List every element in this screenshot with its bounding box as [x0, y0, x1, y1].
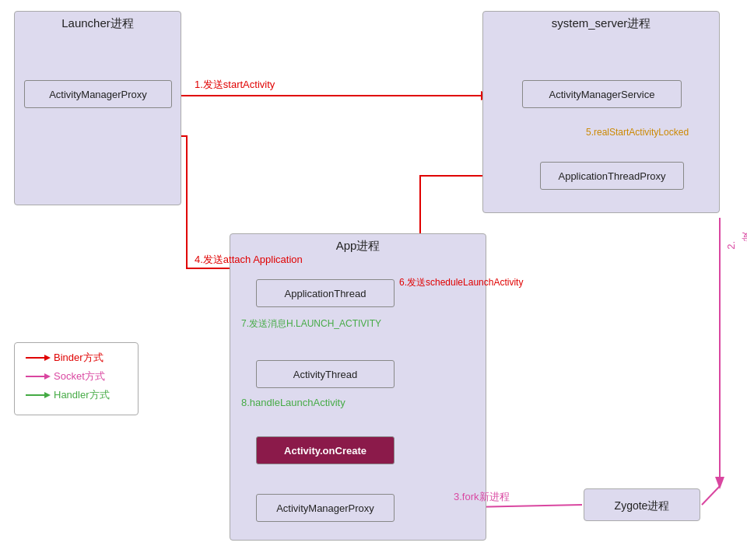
legend-binder-label: Binder方式	[54, 351, 103, 365]
arrow-label-step2: 2.发送创建进程的请求	[724, 241, 747, 250]
application-thread-proxy: ApplicationThreadProxy	[540, 162, 684, 190]
arrow-label-step5: 5.realStartActivityLocked	[586, 127, 689, 138]
svg-line-5	[702, 486, 720, 505]
launcher-activity-manager-proxy: ActivityManagerProxy	[24, 80, 172, 108]
legend-handler-line	[26, 394, 47, 396]
launcher-process-title: Launcher进程	[15, 12, 181, 36]
activity-manager-service: ActivityManagerService	[522, 80, 682, 108]
arrow-label-step6: 6.发送scheduleLaunchActivity	[399, 276, 523, 289]
arrow-label-step7: 7.发送消息H.LAUNCH_ACTIVITY	[241, 317, 381, 331]
legend-socket-label: Socket方式	[54, 369, 105, 383]
arrow-label-step3: 3.fork新进程	[454, 490, 510, 504]
app-activity-thread: ActivityThread	[256, 360, 395, 388]
legend-item-socket: Socket方式	[26, 369, 127, 383]
legend-binder-line	[26, 357, 47, 359]
launcher-process: Launcher进程 ActivityManagerProxy	[14, 11, 181, 205]
legend-box: Binder方式 Socket方式 Handler方式	[14, 342, 139, 415]
arrow-label-step8: 8.handleLaunchActivity	[241, 397, 345, 408]
app-activity-manager-proxy: ActivityManagerProxy	[256, 494, 395, 522]
app-activity-oncreate: Activity.onCreate	[256, 436, 395, 464]
system-server-process-title: system_server进程	[483, 12, 719, 36]
arrow-label-step4: 4.发送attach Application	[195, 253, 303, 267]
zygote-process: Zygote进程	[584, 488, 700, 521]
system-server-process: system_server进程 ActivityManagerService A…	[482, 11, 720, 213]
legend-socket-line	[26, 376, 47, 377]
legend-handler-label: Handler方式	[54, 388, 110, 402]
app-application-thread: ApplicationThread	[256, 279, 395, 307]
legend-item-binder: Binder方式	[26, 351, 127, 365]
legend-item-handler: Handler方式	[26, 388, 127, 402]
diagram-container: Launcher进程 ActivityManagerProxy system_s…	[0, 0, 747, 560]
arrow-label-step1: 1.发送startActivity	[195, 78, 275, 92]
